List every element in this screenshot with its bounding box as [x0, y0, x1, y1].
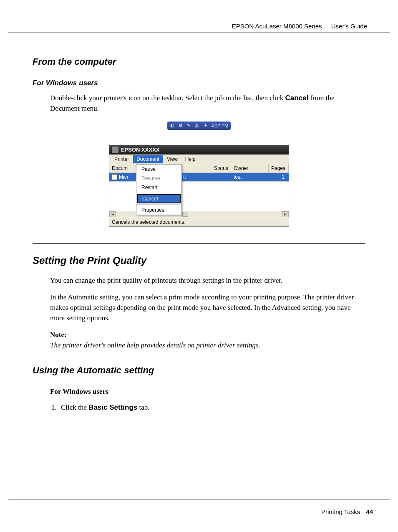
page-header: EPSON AcuLaser M8000 Series User's Guide [232, 23, 367, 30]
col-document[interactable]: Docum [109, 164, 136, 172]
tray-icon-generic: ⚙ [177, 122, 184, 129]
footer-page-number: 44 [366, 508, 373, 515]
row-owner-cell: test [231, 173, 269, 181]
instruction-bold: Cancel [285, 94, 308, 102]
tray-icon-generic: ◐ [169, 122, 176, 129]
document-menu-dropdown: Pause Resume Restart Cancel Properties [136, 164, 182, 215]
doc-type: User's Guide [331, 23, 367, 30]
subsection-for-windows: For Windows users [33, 79, 365, 87]
step-pre: Click the [61, 403, 88, 411]
section-heading-print-quality: Setting the Print Quality [33, 255, 365, 266]
menu-item-properties[interactable]: Properties [136, 205, 181, 215]
row-pages-cell: 1 [269, 173, 289, 181]
step-post: tab. [137, 403, 149, 411]
menu-help[interactable]: Help [182, 155, 199, 163]
scroll-left-arrow[interactable]: ◄ [109, 211, 116, 217]
document-icon [112, 174, 118, 180]
menu-item-pause[interactable]: Pause [136, 165, 181, 174]
footer-rule [8, 499, 390, 499]
printer-icon [112, 147, 118, 153]
scroll-thumb[interactable] [182, 212, 188, 217]
print-queue-window: EPSON XXXXX Printer Document View Help D… [109, 145, 289, 227]
menu-item-cancel[interactable]: Cancel [137, 194, 181, 203]
menu-printer[interactable]: Printer [111, 155, 132, 163]
menu-separator [136, 193, 181, 193]
quality-paragraph-2: In the Automatic setting, you can select… [50, 292, 365, 323]
step-bold: Basic Settings [88, 403, 137, 411]
menu-item-restart[interactable]: Restart [136, 183, 181, 192]
product-name: EPSON AcuLaser M8000 Series [232, 23, 322, 30]
tray-clock: 4:27 PM [211, 123, 229, 128]
scroll-right-arrow[interactable]: ► [282, 211, 289, 217]
titlebar: EPSON XXXXX [109, 145, 289, 155]
menu-item-resume: Resume [136, 174, 181, 183]
col-owner[interactable]: Owner [231, 164, 269, 172]
col-pages[interactable]: Pages [269, 164, 289, 172]
section-rule [33, 243, 365, 244]
instruction-pre: Double-click your printer's icon on the … [50, 94, 285, 102]
footer-chapter: Printing Tasks [321, 508, 360, 515]
section-heading-automatic: Using the Automatic setting [33, 365, 365, 376]
system-tray: ◐ ⚙ ✎ 🖶 ✦ 4:27 PM [167, 122, 231, 130]
tray-icon-printer: 🖶 [194, 122, 201, 129]
quality-paragraph-1: You can change the print quality of prin… [50, 276, 365, 286]
note-block: Note: The printer driver's online help p… [50, 330, 365, 350]
note-label: Note: [50, 331, 67, 339]
steps-list: Click the Basic Settings tab. [50, 403, 365, 412]
status-bar: Cancels the selected documents. [109, 218, 289, 226]
note-body: The printer driver's online help provide… [50, 341, 260, 349]
instruction-paragraph: Double-click your printer's icon on the … [50, 93, 365, 114]
row-doc-label: Micr [119, 174, 128, 180]
step-item: Click the Basic Settings tab. [58, 403, 365, 412]
tray-icon-generic: ✎ [186, 122, 192, 129]
row-fragment-rtf: tf [182, 174, 187, 180]
row-doc-cell: Micr [109, 173, 136, 181]
window-title: EPSON XXXXX [121, 147, 159, 153]
menubar: Printer Document View Help [109, 155, 289, 164]
menu-view[interactable]: View [164, 155, 181, 163]
subsection-for-windows-2: For Windows users [50, 388, 365, 396]
header-rule [8, 33, 390, 33]
tray-icon-generic: ✦ [202, 122, 209, 129]
menu-document[interactable]: Document [133, 155, 163, 163]
section-heading-from-computer: From the computer [33, 56, 365, 67]
page-footer: Printing Tasks 44 [321, 508, 373, 515]
taskbar-tray-figure: ◐ ⚙ ✎ 🖶 ✦ 4:27 PM [33, 121, 365, 130]
menu-separator [136, 204, 181, 205]
queue-body: Docum Status Owner Pages Micr test 1 Pau… [109, 164, 289, 218]
